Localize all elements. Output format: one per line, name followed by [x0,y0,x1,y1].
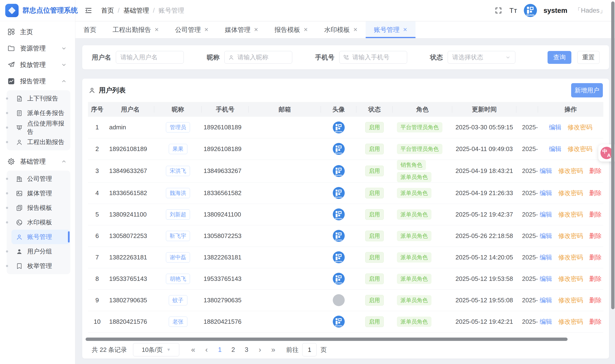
collapse-sidebar-icon[interactable] [84,6,93,14]
fullscreen-icon[interactable] [495,7,502,14]
cell-updated: 2025-04-11 09:49:03 [452,138,516,160]
book-icon [16,262,23,270]
password-link[interactable]: 修改密码 [568,123,592,131]
phone-input[interactable] [339,51,407,64]
password-link[interactable]: 修改密码 [558,232,583,240]
cell-created: 2025-0 [516,117,538,138]
sidebar-item-公司管理[interactable]: 公司管理 [7,171,70,186]
close-icon[interactable]: ✕ [154,27,159,33]
first-page-icon[interactable]: « [187,345,200,354]
edit-link[interactable]: 编辑 [549,145,561,153]
sidebar-item-媒体管理[interactable]: 媒体管理 [7,186,70,201]
password-link[interactable]: 修改密码 [558,189,583,197]
tab-工程出勤报告[interactable]: 工程出勤报告✕ [104,21,167,38]
sidebar-item-基础管理[interactable]: 基础管理 [0,153,75,169]
tab-账号管理[interactable]: 账号管理✕ [366,21,415,38]
password-link[interactable]: 修改密码 [558,253,583,261]
font-size-icon[interactable]: Tт [509,7,517,14]
cell-phone: 13849633267 [202,160,249,182]
edit-link[interactable]: 编辑 [540,167,552,175]
tab-bar: 首页工程出勤报告✕公司管理✕媒体管理✕报告模板✕水印模板✕账号管理✕ [75,21,615,38]
sidebar-item-派单任务报告[interactable]: 派单任务报告 [7,106,70,120]
vertical-scrollbar[interactable] [611,1,615,309]
cell-email [249,204,321,225]
page-size-select[interactable]: 10条/页 ▼ [133,343,179,356]
page-number-3[interactable]: 3 [240,346,253,353]
close-icon[interactable]: ✕ [403,27,407,33]
user-icon [228,54,234,61]
delete-link[interactable]: 删除 [589,296,602,304]
query-button[interactable]: 查询 [548,51,571,64]
page-number-2[interactable]: 2 [227,346,240,353]
edit-link[interactable]: 编辑 [540,253,552,261]
goto-page-input[interactable] [302,343,317,356]
nickname-input[interactable] [224,51,292,64]
prev-page-icon[interactable]: ‹ [200,345,213,354]
user-avatar[interactable]: Worktile [524,4,536,16]
close-icon[interactable]: ✕ [254,27,258,33]
column-header-操作: 操作 [538,102,603,117]
username-input[interactable] [116,51,184,64]
sidebar-item-水印模板[interactable]: 水印模板 [7,215,70,230]
delete-link[interactable]: 删除 [589,232,602,240]
send-icon [7,61,15,69]
tab-水印模板[interactable]: 水印模板✕ [316,21,366,38]
sidebar-item-工程出勤报告[interactable]: 工程出勤报告 [7,135,70,149]
sidebar-item-上下刊报告[interactable]: 上下刊报告 [7,91,70,106]
status-select[interactable]: 请选择状态 [448,51,515,64]
close-icon[interactable]: ✕ [303,27,308,33]
password-link[interactable]: 修改密码 [558,296,583,304]
sidebar-item-报告模板[interactable]: 报告模板 [7,201,70,215]
cell-actions: 编辑修改密码删除 [538,204,603,225]
delete-link[interactable]: 删除 [589,210,602,219]
edit-link[interactable]: 编辑 [549,123,561,131]
sidebar-item-主页[interactable]: 主页 [0,24,75,40]
password-link[interactable]: 修改密码 [558,167,583,175]
breadcrumb-item[interactable]: 基础管理 [123,6,149,15]
close-icon[interactable]: ✕ [204,27,208,33]
edit-link[interactable]: 编辑 [540,210,552,219]
last-page-icon[interactable]: » [267,345,280,354]
password-link[interactable]: 修改密码 [558,275,583,283]
nickname-tag: 靳飞宇 [166,231,190,241]
tab-媒体管理[interactable]: 媒体管理✕ [217,21,266,38]
delete-link[interactable]: 删除 [589,275,602,283]
sidebar-item-投放管理[interactable]: 投放管理 [0,56,75,73]
edit-link[interactable]: 编辑 [540,318,552,326]
tab-报告模板[interactable]: 报告模板✕ [266,21,316,38]
edit-link[interactable]: 编辑 [540,275,552,283]
horizontal-scrollbar[interactable] [86,338,568,341]
field-phone: 手机号 [315,51,407,64]
cell-index: 8 [88,268,106,289]
edit-link[interactable]: 编辑 [540,232,552,240]
delete-link[interactable]: 删除 [589,167,602,175]
cell-avatar: Worktile [321,117,356,138]
nickname-tag: 管理员 [166,122,190,132]
sidebar-item-用户分组[interactable]: 用户分组 [7,244,70,259]
password-link[interactable]: 修改密码 [568,145,592,153]
delete-link[interactable]: 删除 [589,253,602,261]
delete-link[interactable]: 删除 [589,318,602,326]
tab-公司管理[interactable]: 公司管理✕ [167,21,216,38]
sidebar-item-label: 公司管理 [27,175,52,183]
sidebar-item-枚举管理[interactable]: 枚举管理 [7,259,70,273]
role-tag: 派单员角色 [397,295,431,305]
bullet-dot [6,207,8,209]
close-icon[interactable]: ✕ [353,27,358,33]
tab-首页[interactable]: 首页 [75,21,104,38]
add-user-button[interactable]: 新增用户 [571,83,603,97]
sidebar-item-资源管理[interactable]: 资源管理 [0,40,75,56]
password-link[interactable]: 修改密码 [558,210,583,219]
page-number-1[interactable]: 1 [213,346,227,353]
breadcrumb-item[interactable]: 首页 [101,6,114,15]
password-link[interactable]: 修改密码 [558,318,583,326]
reset-button[interactable]: 重置 [577,51,600,64]
next-page-icon[interactable]: › [253,345,267,354]
sidebar-item-点位使用率报告[interactable]: 点位使用率报告 [7,120,70,135]
delete-link[interactable]: 删除 [589,189,602,197]
cell-updated: 2025-03-30 05:59:15 [452,117,516,138]
edit-link[interactable]: 编辑 [540,189,552,197]
edit-link[interactable]: 编辑 [540,296,552,304]
sidebar-item-报告管理[interactable]: 报告管理 [0,73,75,89]
sidebar-item-账号管理[interactable]: 账号管理 [12,230,70,244]
